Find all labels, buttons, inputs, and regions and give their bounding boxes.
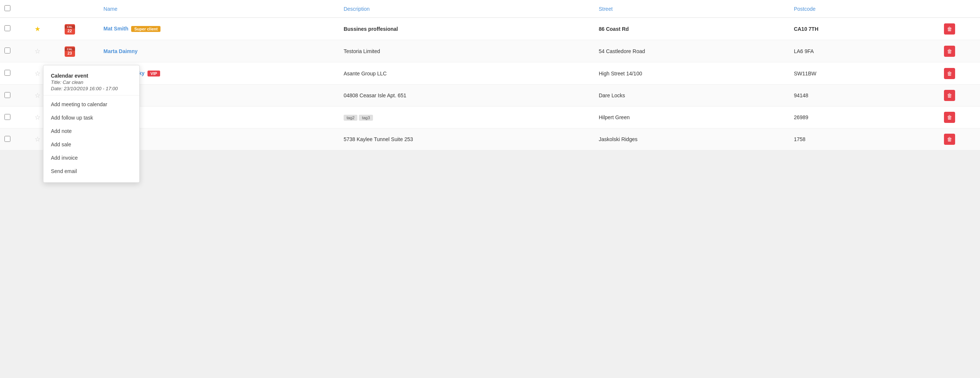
star-icon-4[interactable]: ☆ bbox=[35, 92, 40, 99]
table-row: ☆5738 Kaylee Tunnel Suite 253Jaskolski R… bbox=[0, 129, 980, 150]
star-icon-3[interactable]: ☆ bbox=[35, 70, 40, 77]
delete-button-4[interactable]: 🗑 bbox=[944, 90, 955, 101]
table-row: ☆04808 Ceasar Isle Apt. 651Dare Locks941… bbox=[0, 85, 980, 106]
event-date-detail: Date: 23/10/2019 16:00 - 17:00 bbox=[51, 86, 132, 91]
postcode-value-2: LA6 9FA bbox=[794, 48, 814, 54]
date-label: Date: bbox=[51, 86, 62, 91]
popup-add-note[interactable]: Add note bbox=[43, 124, 139, 138]
postcode-value-1: CA10 7TH bbox=[794, 26, 818, 32]
street-value-2: 54 Castledore Road bbox=[599, 48, 645, 54]
delete-button-6[interactable]: 🗑 bbox=[944, 134, 955, 145]
street-value-1: 86 Coast Rd bbox=[599, 26, 629, 32]
name-link-1[interactable]: Mat Smith bbox=[103, 25, 129, 32]
event-title: Calendar event bbox=[51, 73, 132, 79]
date-value: 23/10/2019 16:00 - 17:00 bbox=[64, 86, 118, 91]
popup-add-meeting[interactable]: Add meeting to calendar bbox=[43, 98, 139, 111]
table-row: ☆CAL23Marta DaimnyTestoria Limited54 Cas… bbox=[0, 40, 980, 62]
table-row: ☆tag2tag3Hilpert Green26989🗑 bbox=[0, 106, 980, 129]
description-value-4: 04808 Ceasar Isle Apt. 651 bbox=[344, 92, 406, 98]
badge-super-1: Super client bbox=[131, 26, 161, 32]
popup-add-sale[interactable]: Add sale bbox=[43, 138, 139, 151]
row-checkbox-5[interactable] bbox=[5, 114, 10, 120]
name-header: Name bbox=[99, 0, 339, 18]
street-header: Street bbox=[594, 0, 789, 18]
delete-button-5[interactable]: 🗑 bbox=[944, 112, 955, 123]
delete-button-1[interactable]: 🗑 bbox=[944, 24, 955, 35]
popup-header: Calendar event Title: Car clean Date: 23… bbox=[43, 70, 139, 95]
row-checkbox-4[interactable] bbox=[5, 92, 10, 98]
popup-send-email[interactable]: Send email bbox=[43, 165, 139, 178]
delete-button-3[interactable]: 🗑 bbox=[944, 68, 955, 79]
cal-header bbox=[60, 0, 99, 18]
popup-add-invoice[interactable]: Add invoice bbox=[43, 151, 139, 165]
name-link-2[interactable]: Marta Daimny bbox=[103, 48, 138, 54]
select-all-header bbox=[0, 0, 30, 18]
calendar-event-popup: Calendar event Title: Car clean Date: 23… bbox=[43, 65, 140, 183]
calendar-icon-2[interactable]: CAL23 bbox=[65, 46, 75, 57]
description-value-2: Testoria Limited bbox=[344, 48, 380, 54]
star-icon-1[interactable]: ★ bbox=[35, 25, 40, 33]
description-value-3: Asante Group LLC bbox=[344, 71, 387, 76]
postcode-value-3: SW11BW bbox=[794, 71, 816, 76]
title-value: Car clean bbox=[63, 79, 84, 85]
action-header bbox=[940, 0, 980, 18]
row-checkbox-2[interactable] bbox=[5, 48, 10, 54]
badge-vip-3: VIP bbox=[148, 71, 160, 76]
postcode-value-4: 94148 bbox=[794, 92, 808, 98]
calendar-icon-1[interactable]: CAL22 bbox=[65, 24, 75, 35]
row-checkbox-3[interactable] bbox=[5, 70, 10, 76]
table-row: ☆CAL23Martin KowalskyVIPAsante Group LLC… bbox=[0, 62, 980, 85]
row-checkbox-1[interactable] bbox=[5, 25, 10, 31]
street-value-6: Jaskolski Ridges bbox=[599, 136, 638, 142]
table-row: ★CAL22Mat SmithSuper clientBussines prof… bbox=[0, 18, 980, 40]
tag: tag2 bbox=[344, 115, 357, 121]
postcode-header: Postcode bbox=[789, 0, 940, 18]
description-value-6: 5738 Kaylee Tunnel Suite 253 bbox=[344, 136, 413, 142]
popup-add-followup[interactable]: Add follow up task bbox=[43, 111, 139, 124]
street-value-3: High Street 14/100 bbox=[599, 71, 642, 76]
row-checkbox-6[interactable] bbox=[5, 136, 10, 142]
postcode-value-6: 1758 bbox=[794, 136, 805, 142]
street-value-5: Hilpert Green bbox=[599, 114, 630, 120]
event-title-detail: Title: Car clean bbox=[51, 79, 132, 85]
description-header: Description bbox=[339, 0, 594, 18]
street-value-4: Dare Locks bbox=[599, 92, 625, 98]
star-icon-2[interactable]: ☆ bbox=[35, 48, 40, 55]
select-all-checkbox[interactable] bbox=[5, 5, 10, 11]
star-header bbox=[30, 0, 60, 18]
delete-button-2[interactable]: 🗑 bbox=[944, 46, 955, 57]
title-label: Title: bbox=[51, 79, 61, 85]
star-icon-6[interactable]: ☆ bbox=[35, 135, 40, 143]
description-value-1: Bussines proffesional bbox=[344, 26, 398, 32]
postcode-value-5: 26989 bbox=[794, 114, 808, 120]
tag: tag3 bbox=[359, 115, 372, 121]
star-icon-5[interactable]: ☆ bbox=[35, 114, 40, 121]
